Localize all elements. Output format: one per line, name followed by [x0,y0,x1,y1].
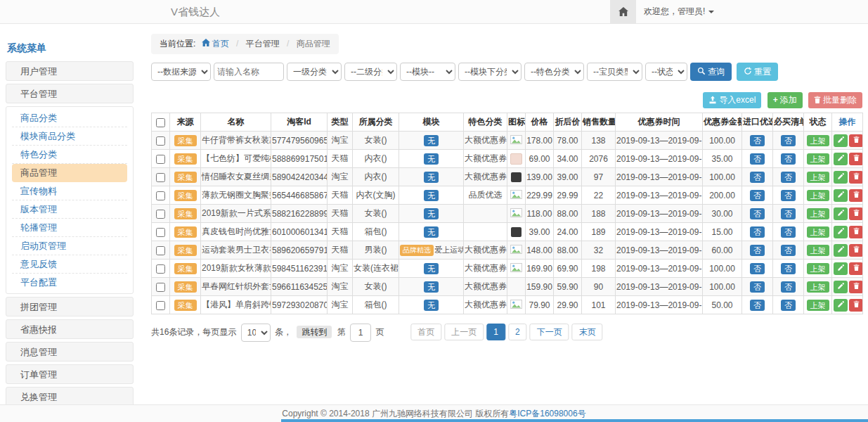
must-buy-badge[interactable]: 否 [781,263,796,274]
filter-select[interactable]: --数据来源-- [151,63,211,81]
import-select-badge[interactable]: 否 [750,226,765,238]
sidebar-subitem[interactable]: 宣传物料 [12,182,127,200]
must-buy-badge[interactable]: 否 [781,190,796,201]
status-badge[interactable]: 上架 [807,245,829,256]
sidebar-group[interactable]: 兑换管理 [6,387,134,407]
import-select-badge[interactable]: 否 [750,245,765,256]
delete-button[interactable] [849,226,863,238]
delete-button[interactable] [849,189,863,202]
row-checkbox[interactable] [156,173,165,182]
row-checkbox[interactable] [156,191,165,200]
status-badge[interactable]: 上架 [807,190,829,201]
icp-link[interactable]: 粤ICP备16098006号 [509,409,585,418]
row-checkbox[interactable] [156,155,165,164]
import-select-badge[interactable]: 否 [750,153,765,165]
reset-button[interactable]: 重置 [737,63,778,81]
row-checkbox[interactable] [156,283,165,292]
edit-button[interactable] [834,262,848,275]
home-button[interactable] [610,0,636,23]
row-checkbox[interactable] [156,136,165,146]
filter-select[interactable]: --特色分类-- [524,63,584,81]
delete-button[interactable] [849,244,863,257]
page-button[interactable]: 1 [486,324,505,340]
sidebar-group-platform[interactable]: 平台管理 [6,84,134,103]
delete-button[interactable] [849,134,863,147]
sidebar-group[interactable]: 拼团管理 [6,297,134,316]
status-badge[interactable]: 上架 [807,300,829,311]
page-button[interactable]: 下一页 [530,324,569,340]
row-checkbox[interactable] [156,228,165,237]
row-checkbox[interactable] [156,301,165,310]
filter-select[interactable]: --宝贝类型-- [587,63,642,81]
filter-select[interactable]: 一级分类 [287,63,342,81]
status-badge[interactable]: 上架 [807,226,829,238]
edit-button[interactable] [834,226,848,238]
status-badge[interactable]: 上架 [807,208,829,219]
jump-button[interactable]: 跳转到 [297,326,332,338]
status-badge[interactable]: 上架 [807,281,829,293]
must-buy-badge[interactable]: 否 [781,135,796,146]
page-button[interactable]: 2 [508,324,527,340]
must-buy-badge[interactable]: 否 [781,226,796,238]
breadcrumb-home-link[interactable]: 首页 [212,39,229,49]
delete-button[interactable] [849,262,863,275]
import-select-badge[interactable]: 否 [750,281,765,293]
sidebar-group-users[interactable]: 用户管理 [6,61,134,81]
edit-button[interactable] [834,189,848,202]
sidebar-group[interactable]: 省惠快报 [6,319,134,339]
sidebar-subitem[interactable]: 轮播管理 [12,219,127,237]
status-badge[interactable]: 上架 [807,135,829,146]
sidebar-subitem[interactable]: 商品分类 [12,109,127,127]
edit-button[interactable] [834,281,848,293]
horizontal-scrollbar[interactable] [281,419,868,422]
delete-button[interactable] [849,299,863,312]
row-checkbox[interactable] [156,246,165,255]
filter-select[interactable]: --状态-- [645,63,687,81]
status-badge[interactable]: 上架 [807,153,829,165]
must-buy-badge[interactable]: 否 [781,208,796,219]
sidebar-subitem[interactable]: 版本管理 [12,200,127,219]
filter-select[interactable]: --模块-- [400,63,455,81]
sidebar-subitem[interactable]: 启动页管理 [12,237,127,255]
edit-button[interactable] [834,299,848,312]
sidebar-subitem[interactable]: 模块商品分类 [12,127,127,146]
import-select-badge[interactable]: 否 [750,172,765,183]
sidebar-subitem[interactable]: 商品管理 [12,164,127,182]
filter-select[interactable]: --二级分类-- [344,63,397,81]
delete-button[interactable] [849,171,863,184]
per-page-select[interactable]: 10 [241,324,271,342]
delete-button[interactable] [849,207,863,220]
edit-button[interactable] [834,171,848,184]
select-all-checkbox[interactable] [156,118,165,127]
import-select-badge[interactable]: 否 [750,208,765,219]
must-buy-badge[interactable]: 否 [781,245,796,256]
import-excel-button[interactable]: 导入excel [703,92,761,108]
import-select-badge[interactable]: 否 [750,135,765,146]
sidebar-subitem[interactable]: 平台配置 [12,274,127,291]
import-select-badge[interactable]: 否 [750,263,765,274]
must-buy-badge[interactable]: 否 [781,153,796,165]
jump-page-input[interactable] [350,324,371,342]
batch-delete-button[interactable]: 批量删除 [808,92,862,108]
search-button[interactable]: 查询 [690,63,732,81]
filter-select[interactable]: --模块下分类-- [458,63,522,81]
must-buy-badge[interactable]: 否 [781,281,796,293]
must-buy-badge[interactable]: 否 [781,172,796,183]
row-checkbox[interactable] [156,264,165,274]
delete-button[interactable] [849,281,863,293]
sidebar-group[interactable]: 消息管理 [6,342,134,362]
delete-button[interactable] [849,153,863,165]
import-select-badge[interactable]: 否 [750,300,765,311]
edit-button[interactable] [834,134,848,147]
edit-button[interactable] [834,207,848,220]
row-checkbox[interactable] [156,210,165,219]
edit-button[interactable] [834,153,848,165]
status-badge[interactable]: 上架 [807,263,829,274]
page-button[interactable]: 末页 [572,324,603,340]
sidebar-subitem[interactable]: 特色分类 [12,146,127,164]
edit-button[interactable] [834,244,848,257]
import-select-badge[interactable]: 否 [750,190,765,201]
user-menu[interactable]: 欢迎您，管理员! [644,0,714,23]
sidebar-group[interactable]: 订单管理 [6,364,134,384]
must-buy-badge[interactable]: 否 [781,300,796,311]
